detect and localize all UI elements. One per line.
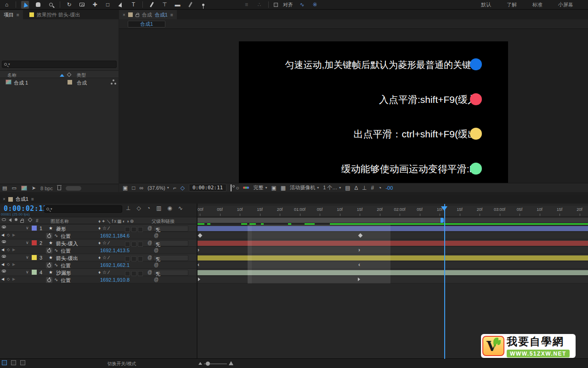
parent-pickwhip-icon[interactable]: @: [147, 226, 152, 231]
timeline-graph-icon[interactable]: ⊥: [362, 185, 367, 191]
composition-flowchart-icon[interactable]: ⊥: [126, 205, 130, 211]
layer-switches[interactable]: ♦☆∕: [98, 255, 111, 260]
composition-canvas[interactable]: 匀速运动,加关键帧后默认为菱形最普通的关键帧 入点平滑:shift+F9(缓入)…: [239, 41, 508, 192]
parent-link-column[interactable]: 父级和链接: [152, 218, 175, 225]
stopwatch-icon[interactable]: [46, 233, 52, 239]
property-name[interactable]: 位置: [61, 262, 71, 269]
layer-switches[interactable]: ♦☆∕: [98, 240, 111, 245]
resolution-dropdown[interactable]: 完整▾: [253, 184, 267, 191]
show-channel-icon[interactable]: [243, 187, 249, 189]
flowchart-icon[interactable]: #: [371, 185, 374, 191]
property-link-icon[interactable]: @: [154, 233, 158, 238]
prev-keyframe-icon[interactable]: ◀: [1, 262, 4, 266]
motion-blur-footer-icon[interactable]: [20, 360, 25, 365]
parent-dropdown[interactable]: 无▾: [153, 255, 188, 261]
current-timecode[interactable]: 0:00:02:11: [4, 204, 47, 213]
expand-arrow-icon[interactable]: ∨: [26, 226, 29, 230]
breadcrumb[interactable]: 合成1: [128, 21, 165, 28]
visibility-eye-icon[interactable]: [2, 270, 6, 272]
zoom-level-dropdown[interactable]: (37.6%)▾: [147, 185, 169, 191]
shy-layers-icon[interactable]: ◔: [147, 205, 150, 211]
viewer-timecode[interactable]: 0:00:02:11: [189, 184, 226, 192]
shape-tool-icon[interactable]: □: [104, 1, 112, 9]
project-search-input[interactable]: ▾: [2, 61, 117, 68]
visibility-eye-icon[interactable]: [2, 226, 6, 228]
graph-toggle-icon[interactable]: ∿: [54, 248, 58, 253]
property-value[interactable]: 1692.1,413.5: [100, 248, 130, 253]
motion-path-icon[interactable]: ※: [311, 1, 319, 9]
layer-row-3[interactable]: ∨ 3 ★ 箭头-缓出 ♦☆∕ @ 无▾: [0, 254, 197, 261]
property-link-icon[interactable]: @: [154, 277, 158, 282]
timeline-search-input[interactable]: ▾: [44, 205, 122, 213]
panel-menu-icon[interactable]: ≡: [31, 197, 34, 202]
pixel-aspect-icon[interactable]: ▤: [345, 185, 350, 191]
parent-dropdown[interactable]: 无▾: [153, 226, 188, 232]
work-area-end-handle[interactable]: [441, 218, 444, 223]
align-checkbox[interactable]: [274, 3, 278, 7]
parent-dropdown[interactable]: 无▾: [153, 270, 188, 276]
timeline-tab-label[interactable]: 合成1: [16, 196, 28, 203]
panel-menu-icon[interactable]: ≡: [170, 12, 173, 17]
graph-editor-icon[interactable]: ∿: [178, 205, 183, 211]
hand-tool-icon[interactable]: [34, 1, 42, 9]
keyframe-ease-out-icon[interactable]: ‹: [198, 261, 199, 268]
solo-column-icon[interactable]: [15, 218, 17, 221]
tab-composition-viewer[interactable]: × 合成 合成1 ≡: [119, 10, 177, 19]
brush-tool-icon[interactable]: [148, 1, 156, 9]
new-composition-icon[interactable]: [21, 186, 27, 191]
property-link-icon[interactable]: @: [154, 262, 158, 267]
keyframe-easy-ease-icon[interactable]: [198, 277, 200, 281]
selection-tool-icon[interactable]: [21, 1, 29, 9]
stopwatch-icon[interactable]: [46, 277, 52, 283]
graph-toggle-icon[interactable]: ∿: [54, 262, 58, 267]
work-area-track[interactable]: [198, 218, 588, 223]
lock-column-icon[interactable]: [20, 220, 24, 223]
property-row-position-2[interactable]: ◀ ◇ ▶ ∿ 位置 1692.1,413.5 @: [0, 247, 197, 254]
zoom-in-mountain-icon[interactable]: [229, 361, 233, 365]
layer-color-swatch[interactable]: [32, 255, 37, 260]
property-link-icon[interactable]: @: [154, 248, 158, 253]
expand-arrow-icon[interactable]: ∨: [26, 240, 29, 245]
visibility-eye-icon[interactable]: [2, 240, 6, 243]
visibility-eye-icon[interactable]: [2, 255, 6, 258]
fast-previews-icon[interactable]: ∆: [355, 185, 358, 191]
mask-visibility-icon[interactable]: ◇: [181, 185, 185, 191]
layer-row-2[interactable]: ∨ 2 ★ 箭头-缓入 ♦☆∕ @ 无▾: [0, 239, 197, 247]
layer-row-1[interactable]: ∨ 1 ★ 菱形 ♦☆∕ @ 无▾: [0, 225, 197, 232]
draft-3d-icon[interactable]: ◇: [136, 205, 141, 211]
tab-effect-controls[interactable]: 效果控件 箭头-缓出: [23, 11, 87, 18]
graph-toggle-icon[interactable]: ∿: [54, 277, 58, 282]
project-item-row[interactable]: 合成 1 合成: [0, 79, 119, 86]
expand-arrow-icon[interactable]: ∨: [26, 270, 29, 274]
close-icon[interactable]: ×: [123, 12, 125, 17]
clone-stamp-tool-icon[interactable]: ⊤: [161, 1, 169, 9]
project-bit-depth[interactable]: 8 bpc: [40, 186, 53, 191]
stopwatch-icon[interactable]: [46, 262, 52, 268]
property-row-position-1[interactable]: ◀ ◇ ▶ ∿ 位置 1692.1,184.6 @: [0, 232, 197, 239]
ruler-grid-icon[interactable]: ⌐: [173, 185, 176, 191]
view-layout-dropdown[interactable]: 1 个…▾: [323, 184, 341, 191]
workspace-default[interactable]: 默认: [481, 1, 491, 8]
workspace-learn[interactable]: 了解: [507, 1, 517, 8]
mask-mode-icon[interactable]: ∴: [255, 1, 263, 9]
video-column-icon[interactable]: [2, 218, 6, 221]
column-type[interactable]: 类型: [77, 72, 86, 79]
eraser-tool-icon[interactable]: ▬: [174, 1, 181, 9]
column-name[interactable]: 名称: [7, 72, 17, 79]
layer-switches[interactable]: ♦☆∕: [98, 270, 111, 275]
panel-menu-icon[interactable]: ≡: [17, 12, 19, 17]
snap-icon[interactable]: ∿: [298, 1, 306, 9]
home-icon[interactable]: ⌂: [3, 1, 11, 9]
workspace-small-screen[interactable]: 小屏幕: [558, 1, 573, 8]
pan-behind-tool-icon[interactable]: ✚: [91, 1, 99, 9]
interpret-footage-icon[interactable]: ▤: [2, 185, 7, 191]
work-area-bar[interactable]: [198, 218, 441, 223]
parent-pickwhip-icon[interactable]: @: [147, 240, 152, 245]
layer-name[interactable]: 箭头-缓入: [56, 240, 78, 247]
parent-dropdown[interactable]: 无▾: [153, 240, 188, 246]
next-keyframe-icon[interactable]: ▶: [12, 248, 15, 252]
toggle-switches-modes-button[interactable]: 切换开关/模式: [87, 361, 156, 367]
render-icon[interactable]: ➤: [32, 185, 36, 191]
zoom-slider-knob[interactable]: [206, 362, 210, 366]
new-folder-icon[interactable]: ▭: [11, 185, 16, 191]
